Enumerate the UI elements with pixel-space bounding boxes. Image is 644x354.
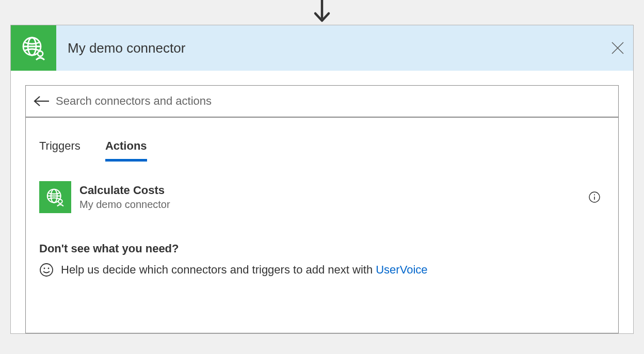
action-text: Calculate Costs My demo connector xyxy=(71,183,584,212)
action-icon xyxy=(39,181,71,213)
svg-point-17 xyxy=(48,268,50,269)
tab-actions[interactable]: Actions xyxy=(105,139,147,162)
svg-point-11 xyxy=(58,200,62,204)
info-icon xyxy=(589,191,600,203)
action-subtitle: My demo connector xyxy=(79,198,584,211)
svg-point-15 xyxy=(40,264,53,276)
footer-heading: Don't see what you need? xyxy=(39,242,605,255)
tabs: Triggers Actions xyxy=(39,139,605,162)
search-bar xyxy=(25,85,619,117)
connector-card: My demo connector Triggers Actions xyxy=(10,25,634,334)
back-button[interactable] xyxy=(31,95,52,107)
action-item-calculate-costs[interactable]: Calculate Costs My demo connector xyxy=(39,181,605,213)
footer-help-prefix: Help us decide which connectors and trig… xyxy=(61,263,376,276)
card-body: Triggers Actions Calculate xyxy=(11,71,633,333)
arrow-left-icon xyxy=(33,95,50,107)
flow-arrow-down xyxy=(0,0,644,25)
connector-icon xyxy=(11,25,56,71)
info-button[interactable] xyxy=(584,191,605,203)
svg-point-16 xyxy=(44,268,45,269)
smiley-icon xyxy=(39,263,54,277)
card-header: My demo connector xyxy=(11,25,633,71)
close-icon xyxy=(610,41,625,55)
close-button[interactable] xyxy=(602,25,633,71)
globe-user-icon xyxy=(45,187,65,207)
footer-section: Don't see what you need? Help us decide … xyxy=(39,242,605,277)
globe-user-icon xyxy=(21,35,46,61)
footer-help-row: Help us decide which connectors and trig… xyxy=(39,263,605,277)
action-title: Calculate Costs xyxy=(79,183,584,198)
tab-triggers[interactable]: Triggers xyxy=(39,139,81,162)
uservoice-link[interactable]: UserVoice xyxy=(376,263,427,276)
svg-point-13 xyxy=(594,194,595,195)
search-input[interactable] xyxy=(52,94,613,108)
header-title: My demo connector xyxy=(56,40,602,56)
content-panel: Triggers Actions Calculate xyxy=(25,117,619,333)
svg-point-4 xyxy=(38,51,43,56)
footer-help-text: Help us decide which connectors and trig… xyxy=(61,263,428,277)
